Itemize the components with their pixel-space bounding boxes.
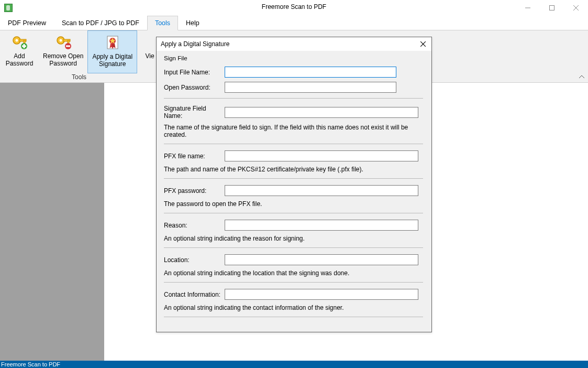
minimize-icon [525, 5, 530, 10]
chevron-up-icon [579, 75, 584, 79]
maximize-icon [549, 5, 554, 10]
dialog-titlebar: Apply a Digital Signature [157, 37, 431, 51]
remove-password-button[interactable]: Remove Open Password [39, 30, 87, 73]
remove-password-label-1: Remove Open [43, 52, 83, 60]
open-password-input[interactable] [225, 82, 396, 93]
dialog-close-button[interactable] [415, 37, 431, 51]
minimize-button[interactable] [516, 0, 540, 16]
location-help: An optional string indicating the locati… [164, 269, 423, 277]
apply-signature-label-1: Apply a Digital [92, 53, 132, 60]
view-label-partial: Vie [146, 52, 154, 60]
separator [164, 282, 423, 283]
pfx-file-help: The path and name of the PKCS#12 certifi… [164, 166, 423, 173]
location-label: Location: [164, 256, 225, 264]
reason-help: An optional string indicating the reason… [164, 235, 423, 242]
pfx-password-input[interactable] [225, 185, 418, 196]
statusbar: Freemore Scan to PDF [0, 361, 588, 368]
svg-point-12 [59, 39, 62, 42]
svg-rect-1 [550, 6, 554, 10]
contact-help: An optional string indicating the contac… [164, 304, 423, 311]
input-file-input[interactable] [225, 67, 396, 78]
view-button-partial[interactable]: Vie [137, 30, 158, 73]
svg-rect-10 [22, 46, 26, 47]
svg-point-5 [16, 39, 18, 42]
separator [164, 98, 423, 99]
pfx-password-label: PFX password: [164, 187, 225, 194]
menu-scan-to-pdf[interactable]: Scan to PDF / JPG to PDF [54, 16, 147, 30]
location-input[interactable] [225, 254, 418, 265]
apply-signature-button[interactable]: Apply a Digital Signature [87, 30, 137, 73]
close-icon [420, 41, 426, 47]
reason-input[interactable] [225, 220, 418, 231]
separator [164, 247, 423, 248]
left-panel [0, 83, 104, 361]
maximize-button[interactable] [540, 0, 564, 16]
separator [164, 144, 423, 144]
signature-field-help: The name of the signature field to sign.… [164, 124, 423, 138]
remove-password-label-2: Password [49, 60, 77, 67]
key-remove-icon [55, 34, 72, 50]
pfx-file-input[interactable] [225, 150, 418, 161]
titlebar: Freemore Scan to PDF [0, 0, 588, 16]
ribbon-group-label: Tools [0, 73, 158, 82]
close-icon [573, 5, 579, 10]
contact-input[interactable] [225, 289, 418, 300]
apply-signature-label-2: Signature [99, 60, 126, 68]
add-password-label-2: Password [6, 60, 34, 67]
dialog-title-text: Apply a Digital Signature [161, 40, 229, 48]
open-password-label: Open Password: [164, 84, 225, 91]
signature-field-label: Signature Field Name: [164, 105, 225, 120]
separator [164, 317, 423, 317]
separator [164, 178, 423, 179]
menu-help[interactable]: Help [178, 16, 207, 30]
dialog-body: Sign File Input File Name: Open Password… [157, 51, 431, 328]
add-password-button[interactable]: Add Password [0, 30, 39, 73]
close-button[interactable] [564, 0, 588, 16]
separator [164, 213, 423, 213]
apply-signature-dialog: Apply a Digital Signature Sign File Inpu… [156, 37, 432, 332]
ribbon-group-tools: Add Password Remove Open Password [0, 30, 158, 82]
certificate-icon [104, 34, 121, 51]
reason-label: Reason: [164, 222, 225, 229]
input-file-label: Input File Name: [164, 69, 225, 76]
pfx-file-label: PFX file name: [164, 153, 225, 160]
window-controls [516, 0, 588, 16]
app-title: Freemore Scan to PDF [0, 3, 588, 10]
key-add-icon [11, 34, 28, 50]
contact-label: Contact Information: [164, 291, 225, 298]
svg-rect-16 [66, 46, 70, 47]
menubar: PDF Preview Scan to PDF / JPG to PDF Too… [0, 16, 588, 30]
add-password-label-1: Add [14, 52, 25, 60]
pfx-password-help: The password to open the PFX file. [164, 200, 423, 208]
group-title: Sign File [164, 55, 423, 61]
ribbon-collapse-button[interactable] [579, 74, 585, 80]
menu-pdf-preview[interactable]: PDF Preview [0, 16, 54, 30]
menu-tools[interactable]: Tools [147, 16, 178, 30]
signature-field-input[interactable] [225, 107, 418, 118]
